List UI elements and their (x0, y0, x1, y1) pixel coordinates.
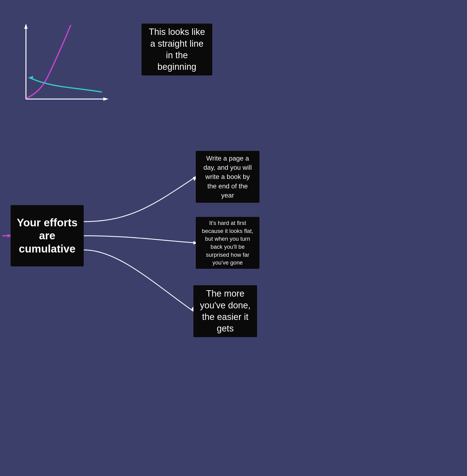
card-cumulative: Your efforts are cumulative (11, 205, 84, 266)
card-straight-line-text: This looks like a straight line in the b… (146, 26, 208, 73)
svg-marker-3 (103, 97, 108, 101)
svg-marker-4 (28, 76, 33, 80)
card-write-page: Write a page a day, and you will write a… (196, 151, 259, 203)
svg-marker-1 (24, 24, 28, 29)
card-hard-at-first-text: It's hard at first because it looks flat… (200, 219, 255, 267)
card-more-done: The more you've done, the easier it gets (194, 285, 257, 337)
card-straight-line: This looks like a straight line in the b… (142, 24, 212, 75)
card-write-page-text: Write a page a day, and you will write a… (200, 154, 255, 200)
card-hard-at-first: It's hard at first because it looks flat… (196, 217, 259, 269)
card-cumulative-text: Your efforts are cumulative (15, 216, 79, 255)
card-more-done-text: The more you've done, the easier it gets (198, 288, 252, 335)
